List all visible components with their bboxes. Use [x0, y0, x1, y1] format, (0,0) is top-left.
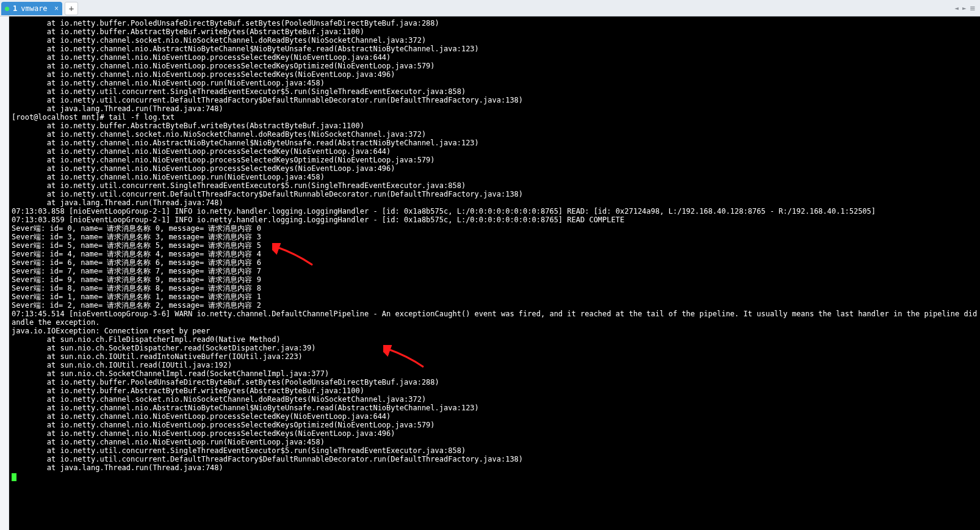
terminal-line: at sun.nio.ch.IOUtil.readIntoNativeBuffe… — [12, 352, 978, 361]
terminal-line: 07:13:03.859 [nioEventLoopGroup-2-1] INF… — [12, 216, 978, 224]
menu-icon[interactable]: ≡ — [970, 3, 975, 13]
cursor-line — [12, 472, 978, 481]
terminal-line: at io.netty.channel.nio.NioEventLoop.pro… — [12, 429, 978, 438]
terminal-line: at io.netty.buffer.AbstractByteBuf.write… — [12, 387, 978, 395]
cursor-icon — [12, 473, 16, 481]
terminal-line: at io.netty.channel.nio.NioEventLoop.pro… — [12, 164, 978, 173]
terminal-line: at io.netty.channel.socket.nio.NioSocket… — [12, 395, 978, 404]
terminal-line: at io.netty.buffer.PooledUnsafeDirectByt… — [12, 19, 978, 27]
terminal-line: at io.netty.channel.nio.NioEventLoop.pro… — [12, 421, 978, 429]
terminal-line: Sever端: id= 1, name= 请求消息名称 1, message= … — [12, 292, 978, 301]
terminal-line: at io.netty.channel.nio.NioEventLoop.run… — [12, 79, 978, 87]
terminal-line: at io.netty.channel.nio.AbstractNioByteC… — [12, 139, 978, 147]
terminal-line: Sever端: id= 9, name= 请求消息名称 9, message= … — [12, 275, 978, 284]
terminal-line: at io.netty.channel.nio.NioEventLoop.run… — [12, 173, 978, 181]
terminal-line: andle the exception. — [12, 318, 978, 327]
terminal-line: at io.netty.channel.nio.NioEventLoop.pro… — [12, 70, 978, 79]
left-gutter — [0, 16, 9, 530]
terminal-line: at io.netty.channel.nio.NioEventLoop.pro… — [12, 156, 978, 164]
next-tab-icon[interactable]: ► — [962, 4, 967, 12]
terminal-output[interactable]: at io.netty.buffer.PooledUnsafeDirectByt… — [9, 16, 980, 530]
terminal-line: at sun.nio.ch.SocketChannelImpl.read(Soc… — [12, 369, 978, 378]
terminal-line: at java.lang.Thread.run(Thread.java:748) — [12, 463, 978, 472]
terminal-line: at io.netty.util.concurrent.SingleThread… — [12, 181, 978, 190]
close-icon[interactable]: × — [54, 5, 59, 12]
terminal-line: at io.netty.channel.nio.NioEventLoop.run… — [12, 438, 978, 446]
terminal-line: 07:13:03.858 [nioEventLoopGroup-2-1] INF… — [12, 207, 978, 216]
terminal-line: java.io.IOException: Connection reset by… — [12, 327, 978, 335]
terminal-line: Sever端: id= 7, name= 请求消息名称 7, message= … — [12, 267, 978, 275]
tabbar-controls: ◄ ► ≡ — [954, 0, 980, 16]
terminal-line: at io.netty.channel.socket.nio.NioSocket… — [12, 130, 978, 139]
terminal-line: at io.netty.channel.nio.NioEventLoop.pro… — [12, 147, 978, 156]
tab-vmware[interactable]: 1 vmware × — [1, 2, 62, 15]
terminal-line: Sever端: id= 2, name= 请求消息名称 2, message= … — [12, 301, 978, 310]
terminal-line: Sever端: id= 8, name= 请求消息名称 8, message= … — [12, 284, 978, 292]
terminal-line: at io.netty.util.concurrent.DefaultThrea… — [12, 96, 978, 104]
terminal-line: at io.netty.util.concurrent.DefaultThrea… — [12, 455, 978, 463]
tabbar: 1 vmware × + ◄ ► ≡ — [0, 0, 980, 16]
terminal-line: Sever端: id= 6, name= 请求消息名称 6, message= … — [12, 258, 978, 267]
new-tab-button[interactable]: + — [65, 2, 78, 15]
terminal-line: at sun.nio.ch.IOUtil.read(IOUtil.java:19… — [12, 361, 978, 369]
tab-index: 1 — [13, 4, 17, 13]
terminal-line: at sun.nio.ch.FileDispatcherImpl.read0(N… — [12, 335, 978, 344]
terminal-line: at io.netty.util.concurrent.SingleThread… — [12, 87, 978, 96]
terminal-line: Sever端: id= 0, name= 请求消息名称 0, message= … — [12, 224, 978, 233]
terminal-line: at sun.nio.ch.SocketDispatcher.read(Sock… — [12, 344, 978, 352]
prev-tab-icon[interactable]: ◄ — [954, 4, 959, 12]
terminal-line: 07:13:45.514 [nioEventLoopGroup-3-6] WAR… — [12, 310, 978, 318]
terminal-line: at io.netty.channel.nio.NioEventLoop.pro… — [12, 53, 978, 62]
terminal-line: at io.netty.util.concurrent.DefaultThrea… — [12, 190, 978, 198]
terminal-line: at java.lang.Thread.run(Thread.java:748) — [12, 104, 978, 113]
status-dot-icon — [5, 7, 9, 11]
terminal-line: at io.netty.channel.nio.AbstractNioByteC… — [12, 45, 978, 53]
terminal-line: Sever端: id= 4, name= 请求消息名称 4, message= … — [12, 250, 978, 258]
terminal-line: at io.netty.channel.nio.NioEventLoop.pro… — [12, 412, 978, 421]
terminal-line: at io.netty.channel.nio.NioEventLoop.pro… — [12, 62, 978, 70]
terminal-line: at io.netty.channel.nio.AbstractNioByteC… — [12, 404, 978, 412]
terminal-line: at io.netty.buffer.PooledUnsafeDirectByt… — [12, 378, 978, 387]
terminal-line: at io.netty.util.concurrent.SingleThread… — [12, 446, 978, 455]
terminal-line: Sever端: id= 3, name= 请求消息名称 3, message= … — [12, 233, 978, 241]
terminal-line: at io.netty.buffer.AbstractByteBuf.write… — [12, 27, 978, 36]
terminal-line: at io.netty.buffer.AbstractByteBuf.write… — [12, 122, 978, 130]
terminal-line: [root@localhost mnt]# tail -f log.txt — [12, 113, 978, 122]
terminal-line: at java.lang.Thread.run(Thread.java:748) — [12, 198, 978, 207]
terminal-line: at io.netty.channel.socket.nio.NioSocket… — [12, 36, 978, 45]
tab-label: vmware — [21, 4, 51, 13]
terminal-line: Sever端: id= 5, name= 请求消息名称 5, message= … — [12, 241, 978, 250]
